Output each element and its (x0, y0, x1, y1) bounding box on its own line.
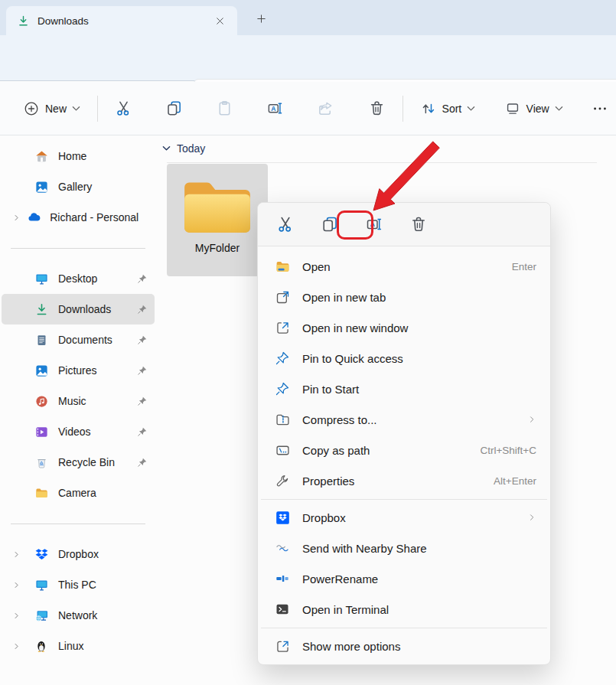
sidebar-item-videos[interactable]: Videos (2, 416, 155, 447)
paste-button[interactable] (208, 93, 241, 123)
chevron-down-icon (72, 106, 80, 112)
plus-circle-icon (23, 100, 40, 117)
sidebar-item-documents[interactable]: Documents (2, 325, 155, 355)
sidebar-item-home[interactable]: Home (2, 141, 155, 171)
menu-item-show-more-options[interactable]: Show more options (261, 631, 547, 661)
delete-button[interactable] (402, 209, 435, 240)
cut-button[interactable] (107, 93, 140, 123)
cut-icon (276, 215, 295, 233)
sidebar-item-this-pc[interactable]: This PC (2, 569, 155, 600)
ellipsis-icon (592, 100, 608, 117)
sidebar-item-camera[interactable]: Camera (2, 478, 155, 508)
folder-item-myfolder[interactable]: MyFolder (167, 164, 268, 276)
sidebar-item-music[interactable]: Music (2, 386, 155, 416)
sidebar-item-gallery[interactable]: Gallery (2, 171, 155, 202)
chevron-down-icon (555, 106, 563, 112)
menu-item-open-in-terminal[interactable]: Open in Terminal (261, 594, 547, 625)
pin-icon (135, 426, 150, 437)
sidebar-item-recycle-bin[interactable]: Recycle Bin (2, 447, 155, 478)
sidebar-item-dropbox[interactable]: Dropbox (2, 539, 155, 569)
menu-divider (258, 625, 550, 631)
linux-tux-icon (32, 639, 51, 653)
downloads-icon (17, 15, 30, 28)
copy-button[interactable] (158, 93, 191, 123)
navigation-pane: Home Gallery Richard - Personal (0, 135, 156, 685)
menu-item-compress-to[interactable]: Compress to... (261, 404, 547, 435)
pin-icon (135, 365, 150, 376)
pin-icon (135, 457, 150, 468)
sidebar-item-linux[interactable]: Linux (2, 631, 155, 661)
open-folder-icon (273, 259, 292, 275)
new-tab-button[interactable] (249, 8, 272, 29)
nearby-share-icon (273, 540, 292, 556)
delete-button[interactable] (360, 93, 393, 123)
view-icon (504, 100, 521, 117)
pin-icon (273, 351, 292, 366)
delete-icon (409, 215, 428, 233)
open-new-window-icon (273, 320, 292, 336)
pin-icon (135, 396, 150, 406)
tab-downloads[interactable]: Downloads (6, 6, 237, 35)
gallery-icon (32, 180, 51, 194)
sidebar-item-downloads[interactable]: Downloads (2, 294, 155, 325)
network-icon (32, 608, 51, 623)
sidebar-item-desktop[interactable]: Desktop (2, 263, 155, 294)
pin-icon (273, 381, 292, 396)
chevron-right-icon[interactable] (12, 550, 32, 559)
tab-close-button[interactable] (210, 11, 230, 31)
menu-item-open-in-new-tab[interactable]: Open in new tab (261, 282, 547, 312)
menu-item-open[interactable]: Open Enter (261, 251, 547, 282)
sort-button[interactable]: Sort (412, 94, 484, 123)
copy-icon (165, 99, 183, 117)
command-toolbar: New A (0, 82, 616, 135)
chevron-right-icon[interactable] (12, 581, 32, 589)
menu-item-powerrename[interactable]: PowerRename (261, 563, 547, 594)
sidebar-item-pictures[interactable]: Pictures (2, 355, 155, 386)
menu-shortcut: Enter (512, 261, 536, 272)
view-button-label: View (526, 103, 549, 115)
more-options-button[interactable] (584, 94, 616, 123)
sidebar-item-onedrive[interactable]: Richard - Personal (2, 202, 155, 233)
sidebar-item-network[interactable]: Network (2, 600, 155, 631)
sort-icon (420, 100, 437, 117)
folder-name: MyFolder (195, 242, 240, 254)
chevron-down-icon[interactable] (162, 145, 171, 152)
terminal-icon (273, 602, 292, 617)
music-icon (32, 394, 51, 409)
menu-item-copy-as-path[interactable]: Copy as path Ctrl+Shift+C (261, 435, 547, 465)
videos-icon (32, 425, 51, 439)
pictures-icon (32, 364, 51, 378)
menu-item-send-with-nearby-share[interactable]: Send with Nearby Share (261, 533, 547, 563)
tab-strip: Downloads (0, 0, 616, 35)
menu-item-open-in-new-window[interactable]: Open in new window (261, 312, 547, 343)
menu-item-dropbox[interactable]: Dropbox (261, 502, 547, 533)
sidebar-divider (0, 508, 156, 539)
navigation-bar: Downloads (0, 35, 616, 81)
view-button[interactable]: View (497, 94, 571, 123)
context-menu: A Open Enter Open in new ta (257, 202, 551, 665)
onedrive-cloud-icon (27, 210, 42, 225)
dropbox-icon (273, 510, 292, 526)
file-explorer-window: Downloads Downloads (0, 0, 616, 685)
dropbox-icon (32, 547, 51, 562)
menu-item-pin-to-quick-access[interactable]: Pin to Quick access (261, 343, 547, 373)
group-header-today[interactable]: Today (162, 142, 205, 155)
home-icon (32, 149, 51, 164)
new-button[interactable]: New (15, 94, 88, 123)
sort-button-label: Sort (442, 103, 462, 115)
wrench-icon (273, 473, 292, 489)
pin-icon (135, 334, 150, 345)
chevron-right-icon[interactable] (12, 612, 32, 620)
chevron-right-icon[interactable] (12, 214, 27, 222)
menu-item-pin-to-start[interactable]: Pin to Start (261, 373, 547, 404)
sidebar-divider (0, 233, 156, 263)
toolbar-separator (97, 96, 98, 122)
annotation-highlight-rename (337, 210, 373, 240)
delete-icon (368, 99, 386, 117)
rename-button[interactable]: A (259, 93, 292, 123)
share-button[interactable] (309, 93, 342, 123)
this-pc-icon (32, 578, 51, 592)
cut-button[interactable] (269, 209, 302, 240)
chevron-right-icon[interactable] (12, 642, 32, 651)
menu-item-properties[interactable]: Properties Alt+Enter (261, 465, 547, 496)
